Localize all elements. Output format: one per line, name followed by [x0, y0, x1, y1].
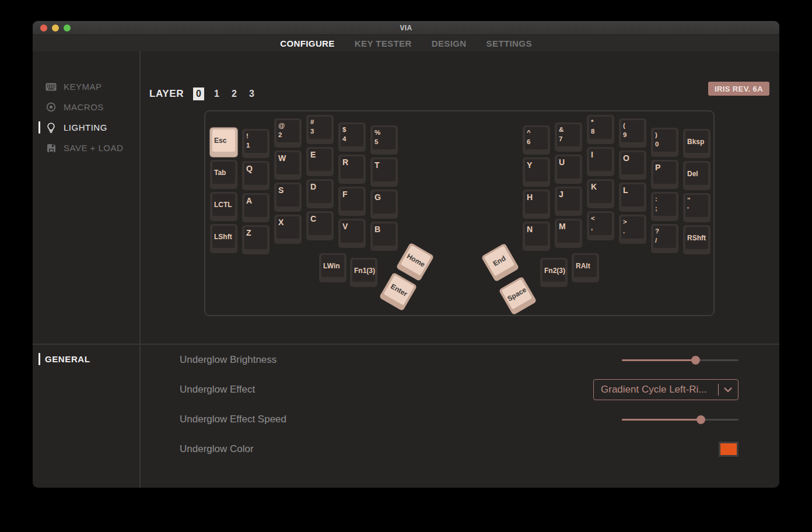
key-[interactable]: ? /	[651, 224, 678, 253]
key-legend: D	[310, 181, 316, 193]
key-legend: * 8	[591, 117, 594, 136]
key-g[interactable]: G	[370, 190, 398, 219]
key-e[interactable]: E	[306, 147, 334, 176]
panel-divider	[33, 344, 779, 345]
key-4[interactable]: $ 4	[338, 123, 366, 152]
layer-option-2[interactable]: 2	[229, 88, 239, 100]
key-legend: L	[623, 185, 628, 197]
slider-thumb[interactable]	[696, 415, 705, 424]
key-legend: : ;	[655, 194, 657, 213]
underglow-color-swatch[interactable]	[719, 442, 738, 457]
layer-option-0[interactable]: 0	[193, 88, 204, 100]
key-b[interactable]: B	[370, 222, 398, 251]
key-j[interactable]: J	[555, 187, 582, 216]
key-rshft[interactable]: RShft	[683, 225, 710, 254]
select-caret	[718, 384, 719, 396]
tab-design[interactable]: DESIGN	[432, 38, 467, 48]
key-w[interactable]: W	[274, 150, 302, 180]
key-legend: G	[374, 192, 381, 204]
key-z[interactable]: Z	[242, 225, 270, 254]
key-legend: ! 1	[246, 131, 250, 150]
underglow-brightness-slider[interactable]	[622, 356, 738, 364]
key-legend: Y	[527, 160, 532, 172]
key-t[interactable]: T	[370, 158, 398, 187]
key-legend: ( 9	[623, 121, 626, 139]
minimize-button[interactable]	[52, 24, 59, 32]
sidebar-item-save-load[interactable]: SAVE + LOAD	[33, 138, 139, 158]
key-tab[interactable]: Tab	[210, 160, 237, 189]
sidebar-item-label: KEYMAP	[64, 82, 102, 92]
key-legend: E	[310, 149, 316, 161]
slider-thumb[interactable]	[691, 356, 700, 365]
key-legend: B	[374, 224, 380, 236]
key-a[interactable]: A	[242, 193, 270, 222]
key-k[interactable]: K	[587, 179, 614, 208]
key-u[interactable]: U	[555, 155, 582, 184]
key-legend: RAlt	[576, 253, 590, 278]
sidebar-item-macros[interactable]: MACROS	[33, 97, 139, 117]
key-ralt[interactable]: RAlt	[572, 253, 599, 282]
key-fn2-3[interactable]: Fn2(3)	[540, 258, 568, 287]
zoom-button[interactable]	[64, 24, 71, 32]
key-r[interactable]: R	[338, 155, 366, 184]
underglow-effect-speed-slider[interactable]	[622, 415, 738, 424]
key-x[interactable]: X	[274, 215, 302, 244]
key-legend: J	[559, 189, 564, 201]
sidebar-item-keymap[interactable]: KEYMAP	[33, 76, 139, 97]
key-[interactable]: " '	[683, 193, 710, 222]
key-7[interactable]: & 7	[555, 123, 582, 152]
sidebar-item-lighting[interactable]: LIGHTING	[33, 117, 139, 138]
key-y[interactable]: Y	[523, 158, 550, 187]
key-legend: I	[591, 149, 593, 161]
key-fn1-3[interactable]: Fn1(3)	[350, 258, 377, 287]
close-button[interactable]	[40, 24, 47, 32]
key-5[interactable]: % 5	[370, 125, 398, 155]
key-i[interactable]: I	[587, 147, 614, 176]
key-legend: O	[623, 153, 629, 164]
underglow-effect-select[interactable]: Gradient Cycle Left-Ri...	[593, 379, 738, 400]
key-esc[interactable]: Esc	[210, 128, 237, 157]
tab-key-tester[interactable]: KEY TESTER	[355, 38, 412, 48]
key-lshft[interactable]: LShft	[210, 224, 237, 253]
key-s[interactable]: S	[274, 183, 302, 212]
key-bksp[interactable]: Bksp	[683, 129, 710, 158]
key-lctl[interactable]: LCTL	[210, 192, 237, 221]
key-o[interactable]: O	[619, 150, 646, 180]
key-h[interactable]: H	[523, 190, 550, 219]
key-p[interactable]: P	[651, 160, 678, 189]
key-v[interactable]: V	[338, 219, 366, 248]
key-d[interactable]: D	[306, 179, 334, 208]
key-l[interactable]: L	[619, 183, 646, 212]
key-lwin[interactable]: LWin	[319, 253, 346, 282]
key-q[interactable]: Q	[242, 161, 270, 190]
content-area: KEYMAPMACROSLIGHTINGSAVE + LOAD LAYER 01…	[33, 51, 779, 488]
key-c[interactable]: C	[306, 211, 334, 240]
key-f[interactable]: F	[338, 187, 366, 216]
key-[interactable]: > .	[619, 215, 646, 244]
key-0[interactable]: ) 0	[651, 128, 678, 157]
slider-fill	[622, 419, 701, 421]
key-n[interactable]: N	[523, 222, 550, 251]
key-2[interactable]: @ 2	[274, 118, 302, 148]
key-[interactable]: : ;	[651, 192, 678, 221]
general-section-header: GENERAL	[38, 353, 90, 365]
key-6[interactable]: ^ 6	[523, 125, 550, 155]
general-section-label: GENERAL	[45, 354, 90, 364]
key-1[interactable]: ! 1	[242, 129, 270, 158]
layer-option-3[interactable]: 3	[247, 88, 257, 100]
key-legend: LShft	[214, 224, 232, 249]
key-9[interactable]: ( 9	[619, 118, 646, 148]
tab-settings[interactable]: SETTINGS	[487, 38, 532, 48]
key-8[interactable]: * 8	[587, 115, 614, 144]
key-legend: ^ 6	[527, 128, 531, 146]
keyboard-icon	[46, 82, 57, 92]
layer-label: LAYER	[149, 88, 184, 100]
tab-configure[interactable]: CONFIGURE	[280, 38, 335, 48]
key-3[interactable]: # 3	[306, 115, 334, 144]
key-[interactable]: < ,	[587, 211, 614, 240]
layer-option-1[interactable]: 1	[212, 88, 222, 100]
key-m[interactable]: M	[555, 219, 582, 248]
key-del[interactable]: Del	[683, 161, 710, 190]
sidebar-item-label: SAVE + LOAD	[64, 143, 123, 153]
key-legend: Bksp	[687, 129, 704, 154]
